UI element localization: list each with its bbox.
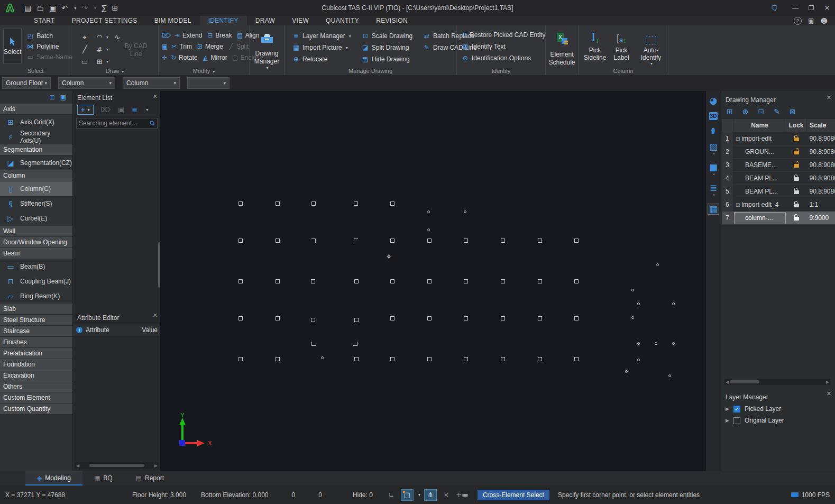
drawing-name-cell[interactable]: ⊟import-edit_4 [733, 198, 786, 212]
line-icon[interactable]: ╱ [79, 44, 90, 54]
column-marker[interactable] [464, 316, 468, 320]
sidebar-header-custom-quantity[interactable]: Custom Quantity [0, 404, 72, 415]
add-selection-icon[interactable]: +▬ [456, 490, 468, 500]
element-schedule-button[interactable]: X Element Schedule [548, 29, 575, 67]
drawing-name-cell[interactable]: BASEME... [733, 159, 786, 172]
add-element-button-dropdown[interactable]: ▾ [88, 107, 90, 112]
cad-view-icon[interactable]: ⊞ [112, 4, 118, 12]
sidebar-header-custom-element[interactable]: Custom Element [0, 392, 72, 404]
locked-icon[interactable] [794, 190, 799, 194]
drawing-canvas[interactable]: Y X ⌖ [160, 91, 706, 471]
cad-point-marker[interactable] [321, 356, 324, 359]
new-drawing-icon[interactable]: ▤ [24, 4, 31, 12]
summation-icon[interactable]: ∑ [102, 4, 106, 12]
sidebar-item-column-c-[interactable]: ▯Column(C) [0, 181, 72, 196]
spline-icon[interactable]: ∿ [112, 32, 123, 42]
cad-point-marker[interactable] [637, 359, 640, 361]
undo-icon[interactable]: ↶ [61, 4, 68, 12]
lock-cell[interactable] [786, 132, 806, 145]
minimize-button[interactable]: — [787, 0, 803, 16]
column-marker[interactable] [427, 239, 432, 243]
schedule-view-icon[interactable]: ▦ [708, 204, 719, 214]
cad-bracket-marker[interactable] [311, 342, 316, 346]
unlocked-icon[interactable] [794, 164, 799, 168]
cad-bracket-marker[interactable] [354, 239, 358, 243]
column-marker[interactable] [538, 239, 542, 243]
close-button[interactable]: ✕ [819, 0, 835, 16]
hide-drawing-button[interactable]: ▤Hide Drawing [360, 55, 414, 63]
merge-button[interactable]: ⊞Merge [195, 42, 225, 51]
wireframe-view-icon[interactable]: ▧▾ [709, 142, 718, 156]
expand-arrow-icon[interactable]: ▶ [726, 406, 729, 411]
category-select[interactable]: Column▾ [58, 77, 115, 89]
drawing-name-cell[interactable]: column-... [733, 212, 786, 225]
sidebar-item-axis-grid-x-[interactable]: ⊞Axis Grid(X) [0, 115, 72, 130]
locked-icon[interactable] [794, 217, 799, 221]
relocate-drawing-button[interactable]: ⊕ [742, 108, 749, 115]
cad-point-marker[interactable] [672, 303, 675, 305]
trim-button[interactable]: ✂Trim [169, 42, 194, 51]
column-marker[interactable] [538, 279, 542, 283]
expand-arrow-icon[interactable]: ▶ [726, 418, 729, 423]
scale-cell[interactable]: 9:9000 [806, 212, 835, 225]
cad-point-marker[interactable] [631, 316, 634, 319]
column-marker[interactable] [501, 239, 505, 243]
view-3d-icon[interactable]: 3D [709, 112, 718, 120]
column-marker[interactable] [390, 357, 394, 361]
sidebar-item-secondary-axis-u-[interactable]: ♯Secondary Axis(U) [0, 130, 72, 144]
column-marker[interactable] [238, 239, 243, 243]
sidebar-header-beam[interactable]: Beam [0, 248, 72, 259]
drawing-manager-button[interactable]: Drawing Manager▾ [253, 29, 281, 67]
restore-picked-cad-entity-button[interactable]: ↺Restore Picked CAD Entity [460, 31, 542, 39]
left-panel-hscrollbar[interactable]: ◀▶ [75, 462, 159, 469]
drawing-row[interactable]: 7column-...9:9000 [722, 212, 835, 225]
group-select-icon[interactable]: ⋔ [425, 490, 436, 500]
by-cad-line-button[interactable]: By CAD Line [121, 42, 151, 58]
column-marker[interactable] [276, 279, 280, 283]
sidebar-header-segmentation[interactable]: Segmentation [0, 144, 72, 155]
lock-cell[interactable] [786, 185, 806, 198]
sidebar-item-beam-b-[interactable]: ▭Beam(B) [0, 259, 72, 274]
layer-manager-icon-dropdown[interactable]: ▾ [349, 34, 351, 39]
element-search-input[interactable]: Searching element... [76, 118, 158, 129]
ribbon-tab-quantity[interactable]: QUANTITY [317, 16, 368, 25]
column-marker[interactable] [276, 357, 280, 361]
drawing-row[interactable]: 6⊟import-edit_41:1 [722, 198, 835, 212]
open-file-icon[interactable]: 🗀 [36, 4, 44, 12]
pick-box-icon[interactable]: ▢ [401, 490, 413, 500]
bottom-tab-modeling[interactable]: ◈Modeling [25, 471, 82, 485]
identification-options-button[interactable]: ⊛Identification Options [460, 54, 542, 62]
cad-point-marker[interactable] [427, 228, 430, 231]
column-marker[interactable] [354, 318, 359, 322]
sidebar-header-wall[interactable]: Wall [0, 226, 72, 237]
column-marker[interactable] [238, 201, 243, 206]
cad-point-marker[interactable] [637, 303, 640, 305]
help-icon[interactable]: ? [794, 17, 802, 25]
column-marker[interactable] [501, 316, 505, 320]
column-marker[interactable] [574, 316, 579, 320]
redo-icon[interactable]: ↷ [81, 4, 88, 12]
bottom-tab-bq[interactable]: ▦BQ [82, 471, 124, 485]
element-layers-button-dropdown[interactable]: ▾ [146, 107, 148, 112]
column-marker[interactable] [464, 239, 468, 243]
lock-cell[interactable] [786, 212, 806, 225]
user-icon[interactable]: ☻ [820, 17, 828, 24]
ribbon-tab-project-settings[interactable]: PROJECT SETTINGS [63, 16, 146, 25]
mirror-button[interactable]: ◭Mirror [200, 53, 228, 62]
drawing-name-cell[interactable]: BEAM PL... [733, 172, 786, 185]
scale-cell[interactable]: 90.8:9080 [806, 159, 835, 172]
cad-point-marker[interactable] [631, 289, 634, 291]
column-marker[interactable] [390, 239, 394, 243]
locked-icon[interactable] [794, 138, 799, 141]
scale-cell[interactable]: 90.8:9080 [806, 145, 835, 159]
scale-drawing-button[interactable]: ⊡ [758, 108, 764, 115]
identify-text-button[interactable]: ▤Identify Text [460, 42, 542, 51]
batch-button[interactable]: ◰Batch [25, 32, 74, 40]
scale-drawing-button[interactable]: ⊡Scale Drawing [360, 32, 414, 40]
layer-visibility-checkbox[interactable]: ✓ [733, 406, 740, 413]
delete-icon[interactable]: ⌦ [162, 32, 171, 39]
sidebar-header-slab[interactable]: Slab [0, 304, 72, 315]
drawing-name-cell[interactable]: GROUN... [733, 145, 786, 159]
element-layers-button[interactable]: ≣ [132, 106, 137, 113]
cad-point-marker[interactable] [655, 342, 657, 345]
